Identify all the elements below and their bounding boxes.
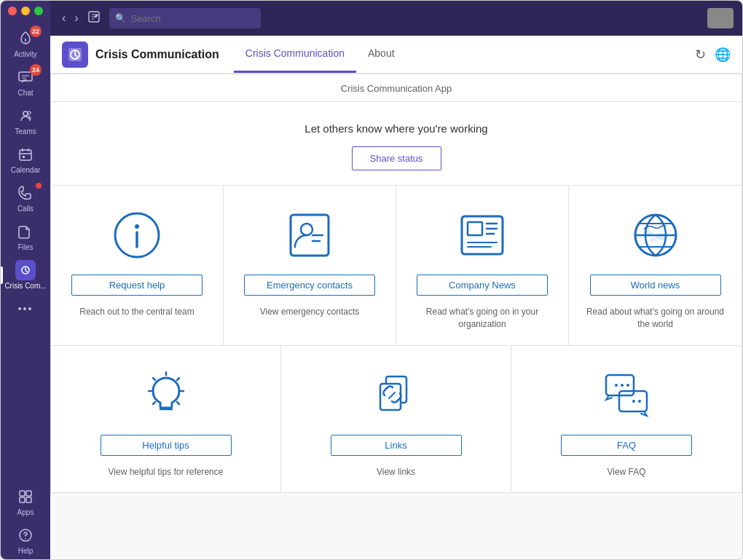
card-emergency-contacts: Emergency contacts View emergency contac… [224, 186, 396, 345]
cards-section-1: Request help Reach out to the central te… [51, 185, 742, 345]
svg-point-26 [656, 233, 667, 240]
faq-icon [597, 366, 656, 425]
svg-point-40 [615, 384, 618, 387]
sidebar-item-teams[interactable]: Teams [1, 101, 50, 140]
calls-label: Calls [17, 205, 34, 213]
svg-point-44 [638, 400, 641, 403]
helpful-tips-desc: View helpful tips for reference [109, 466, 224, 478]
hero-section: Let others know where you're working Sha… [51, 102, 742, 185]
globe-news-icon [626, 206, 685, 264]
sidebar-item-activity[interactable]: 22 Activity [1, 24, 50, 63]
traffic-lights [1, 7, 43, 15]
links-desc: View links [377, 466, 415, 478]
chat-badge: 24 [30, 64, 42, 76]
svg-rect-1 [19, 72, 32, 81]
more-icon: ••• [15, 299, 36, 319]
calls-dot-badge [36, 183, 42, 189]
faq-desc: View FAQ [607, 466, 645, 478]
sidebar-item-calendar[interactable]: Calendar [1, 140, 50, 178]
card-helpful-tips: Helpful tips View helpful tips for refer… [51, 346, 281, 493]
close-button[interactable] [8, 7, 17, 15]
cards-section-2: Helpful tips View helpful tips for refer… [51, 345, 742, 493]
svg-point-42 [626, 384, 629, 387]
svg-rect-8 [20, 491, 25, 496]
apps-icon [15, 486, 36, 507]
company-news-button[interactable]: Company News [417, 275, 548, 296]
calls-icon [15, 183, 36, 203]
activity-label: Activity [14, 50, 37, 58]
activity-badge: 22 [30, 25, 42, 37]
calendar-label: Calendar [11, 166, 41, 174]
svg-point-25 [644, 231, 653, 237]
helpful-tips-button[interactable]: Helpful tips [101, 435, 232, 456]
links-button[interactable]: Links [331, 435, 462, 456]
minimize-button[interactable] [21, 7, 30, 15]
links-icon [367, 366, 425, 425]
crisis-icon [15, 260, 36, 280]
svg-rect-11 [26, 497, 31, 502]
user-avatar[interactable] [707, 8, 734, 28]
svg-point-43 [632, 400, 635, 403]
files-label: Files [17, 243, 33, 251]
search-input[interactable] [109, 8, 261, 28]
emergency-contacts-button[interactable]: Emergency contacts [244, 275, 375, 296]
svg-point-2 [23, 111, 28, 116]
svg-rect-10 [20, 497, 25, 502]
apps-label: Apps [17, 508, 34, 516]
tab-crisis-communication[interactable]: Crisis Communication [234, 36, 356, 73]
compose-button[interactable] [87, 10, 101, 26]
chat-label: Chat [17, 89, 33, 97]
faq-button[interactable]: FAQ [561, 435, 692, 456]
cards-row-2: Helpful tips View helpful tips for refer… [51, 345, 742, 493]
refresh-button[interactable]: ↻ [695, 47, 706, 63]
nav-arrows: ‹ › [59, 10, 82, 26]
title-bar: ‹ › 🔍 [50, 1, 742, 36]
bulb-icon [137, 366, 195, 425]
help-label: Help [18, 547, 34, 555]
files-icon [15, 221, 36, 242]
sidebar-item-chat[interactable]: 24 Chat [1, 63, 50, 101]
main-area: ‹ › 🔍 Crisis Communication [50, 1, 742, 559]
request-help-desc: Reach out to the central team [79, 306, 194, 318]
globe-button[interactable]: 🌐 [715, 47, 731, 63]
sidebar-bottom: Apps Help [15, 482, 36, 559]
card-world-news: World news Read about what's going on ar… [569, 186, 742, 345]
sidebar: 22 Activity 24 Chat [1, 1, 50, 559]
card-faq: FAQ View FAQ [511, 346, 742, 493]
company-news-desc: Read what's going on in your organizatio… [408, 306, 557, 331]
request-help-button[interactable]: Request help [71, 275, 203, 296]
sidebar-item-crisis[interactable]: Crisis Com... [1, 256, 50, 294]
svg-point-18 [135, 224, 139, 229]
sidebar-item-help[interactable]: Help [15, 521, 36, 559]
main-content: Crisis Communication App Let others know… [50, 74, 742, 559]
crisis-label: Crisis Com... [4, 282, 46, 290]
app-header: Crisis Communication Crisis Communicatio… [50, 36, 742, 74]
calendar-icon [15, 144, 36, 165]
sidebar-item-files[interactable]: Files [1, 217, 50, 256]
app-header-actions: ↻ 🌐 [695, 47, 731, 63]
svg-point-0 [25, 42, 26, 44]
sidebar-item-more[interactable]: ••• [1, 294, 50, 323]
hero-text: Let others know where you're working [66, 122, 727, 135]
app-tabs: Crisis Communication About [234, 36, 406, 73]
forward-button[interactable]: › [71, 10, 81, 26]
contact-icon [280, 206, 339, 264]
svg-rect-23 [468, 222, 482, 235]
sidebar-item-apps[interactable]: Apps [15, 482, 36, 521]
share-status-button[interactable]: Share status [352, 146, 441, 170]
maximize-button[interactable] [34, 7, 43, 15]
world-news-button[interactable]: World news [590, 275, 721, 296]
sidebar-item-calls[interactable]: Calls [1, 178, 50, 217]
info-icon [108, 206, 166, 264]
cards-row-1: Request help Reach out to the central te… [51, 185, 742, 345]
teams-icon [15, 106, 36, 126]
tab-about[interactable]: About [356, 36, 406, 73]
svg-line-34 [177, 402, 179, 404]
svg-line-29 [177, 378, 179, 380]
help-icon [15, 525, 36, 545]
card-request-help: Request help Reach out to the central te… [51, 186, 224, 345]
teams-label: Teams [15, 127, 36, 135]
back-button[interactable]: ‹ [59, 10, 68, 26]
news-icon [453, 206, 511, 264]
content-inner: Crisis Communication App Let others know… [50, 74, 742, 493]
